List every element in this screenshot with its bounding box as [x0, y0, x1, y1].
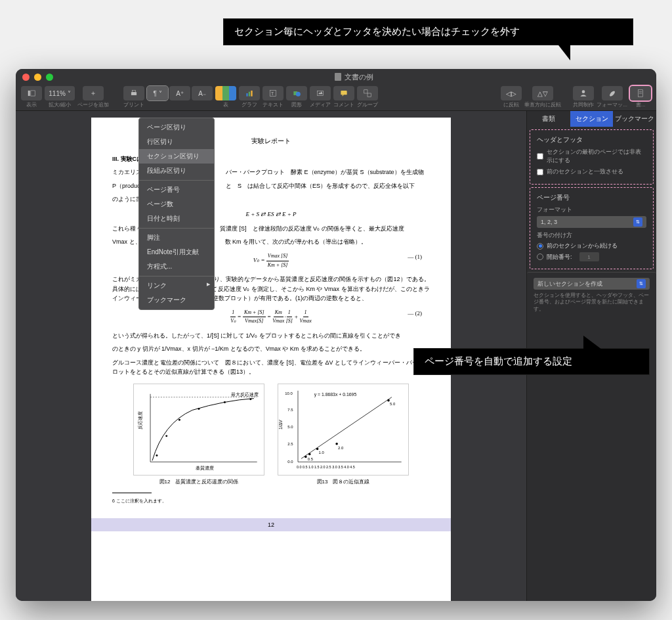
svg-rect-5: [249, 92, 250, 97]
svg-rect-12: [341, 91, 346, 95]
page-number: 12: [91, 518, 451, 531]
svg-point-38: [316, 447, 319, 450]
svg-text:1.0: 1.0: [319, 451, 325, 454]
svg-text:T: T: [271, 91, 274, 96]
checkbox-hide-first[interactable]: セクションの最初のページでは非表示にする: [537, 148, 646, 165]
format-select[interactable]: 1, 2, 3⇅: [537, 216, 646, 228]
menu-page-count[interactable]: ページ数: [139, 197, 214, 211]
svg-text:2.5: 2.5: [287, 441, 293, 445]
view-button[interactable]: [21, 86, 42, 100]
text-icon: T: [268, 89, 278, 98]
svg-text:7.5: 7.5: [287, 408, 293, 412]
insert-menu-button[interactable]: ¶ ˅: [147, 86, 168, 100]
chevron-updown-icon: ⇅: [633, 217, 642, 227]
svg-point-25: [198, 408, 200, 410]
close-icon[interactable]: [22, 74, 30, 81]
toolbar: 表示 111% ˅拡大/縮小 ＋ページを追加 プリント ¶ ˅ A⁺ A₋ 表 …: [16, 85, 656, 111]
menu-section-break[interactable]: セクション区切り: [139, 149, 214, 164]
group-button[interactable]: [357, 86, 378, 100]
format-button[interactable]: [602, 86, 623, 100]
svg-rect-0: [28, 91, 30, 96]
brush-icon: [608, 89, 617, 98]
svg-text:0.0: 0.0: [287, 460, 293, 464]
menu-endnote[interactable]: EndNote引用文献: [139, 245, 214, 259]
svg-rect-13: [364, 90, 368, 93]
menu-link[interactable]: リンク: [139, 278, 214, 293]
group-icon: [363, 89, 372, 98]
person-icon: [579, 89, 588, 98]
svg-point-35: [304, 455, 307, 458]
zoom-select[interactable]: 111% ˅: [45, 86, 75, 100]
svg-text:基質濃度: 基質濃度: [196, 466, 214, 471]
window-chrome: 文書の例: [16, 69, 656, 85]
menu-line-break[interactable]: 行区切り: [139, 135, 214, 149]
svg-line-34: [301, 397, 392, 458]
svg-point-22: [156, 454, 158, 456]
svg-text:5.0: 5.0: [287, 425, 293, 429]
svg-point-24: [178, 418, 180, 420]
start-number-stepper[interactable]: 1: [579, 252, 599, 261]
flipv-button[interactable]: △▽: [532, 86, 553, 100]
document-icon: [335, 73, 341, 81]
tab-section[interactable]: セクション: [570, 111, 614, 127]
font-bigger-button[interactable]: A⁺: [169, 86, 190, 100]
tab-document[interactable]: 書類: [527, 111, 570, 127]
svg-text:0.0 0.5 1.0 1.5 2.0 2.5 3.0 3.: 0.0 0.5 1.0 1.5 2.0 2.5 3.0 3.5 4.0 4.5: [297, 465, 355, 469]
svg-rect-3: [133, 90, 136, 92]
checkbox-match-prev[interactable]: 前のセクションと一致させる: [537, 167, 646, 176]
menu-equation[interactable]: 方程式...: [139, 259, 214, 274]
media-button[interactable]: [310, 86, 331, 100]
app-window: 文書の例 表示 111% ˅拡大/縮小 ＋ページを追加 プリント ¶ ˅ A⁺ …: [16, 69, 656, 601]
document-icon: [636, 89, 645, 98]
radio-start-at[interactable]: 開始番号:1: [537, 252, 646, 261]
printer-icon: [129, 89, 138, 98]
svg-text:0.5: 0.5: [308, 457, 314, 461]
menu-datetime[interactable]: 日付と時刻: [139, 211, 214, 226]
zoom-icon[interactable]: [46, 74, 53, 81]
menu-page-break[interactable]: ページ区切り: [139, 120, 214, 135]
svg-rect-6: [251, 91, 252, 97]
svg-rect-1: [31, 91, 35, 96]
page-number-section: ページ番号 フォーマット 1, 2, 3⇅ 番号の付け方 前のセクションから続け…: [530, 187, 654, 269]
comment-icon: [339, 89, 348, 98]
svg-point-26: [224, 401, 226, 403]
annotation-top: セクション毎にヘッダとフッタを決めたい場合はチェックを外す: [223, 18, 633, 45]
svg-text:2.0: 2.0: [338, 445, 344, 449]
menu-footnote[interactable]: 脚注: [139, 231, 214, 245]
new-section-select[interactable]: 新しいセクションを作成⇅: [534, 278, 650, 290]
svg-text:10.0: 10.0: [285, 391, 293, 395]
radio-continue[interactable]: 前のセクションから続ける: [537, 242, 646, 250]
shape-button[interactable]: [286, 86, 307, 100]
svg-text:1/ΔV: 1/ΔV: [278, 419, 283, 429]
menu-column-break[interactable]: 段組み区切り: [139, 164, 214, 178]
svg-point-15: [582, 90, 585, 93]
minimize-icon[interactable]: [34, 74, 41, 81]
menu-page-number[interactable]: ページ番号: [139, 183, 214, 197]
fliph-button[interactable]: ◁▷: [501, 86, 522, 100]
svg-text:最大反応速度: 最大反応速度: [231, 391, 259, 396]
text-button[interactable]: T: [262, 86, 284, 100]
table-button[interactable]: [215, 86, 236, 100]
print-button[interactable]: [123, 86, 144, 100]
svg-text:反応速度: 反応速度: [138, 411, 142, 430]
media-icon: [316, 89, 325, 98]
new-section-row: 新しいセクションを作成⇅ セクションを使用すると、ヘッダやフッタ、ページ番号、お…: [527, 272, 656, 318]
chart-13: y = 1.8683x + 0.1695 0.5 1.0 2.0 5.0 10.…: [278, 384, 409, 487]
comment-button[interactable]: [333, 86, 354, 100]
svg-point-40: [335, 443, 338, 445]
inspector-tabs: 書類 セクション ブックマーク: [527, 111, 656, 127]
chart-button[interactable]: [239, 86, 260, 100]
shape-icon: [292, 89, 301, 98]
svg-point-27: [249, 398, 251, 400]
svg-rect-2: [131, 92, 136, 95]
add-page-button[interactable]: ＋: [83, 86, 104, 100]
annotation-mid: ページ番号を自動で追加する設定: [413, 348, 650, 375]
tab-bookmarks[interactable]: ブックマーク: [613, 111, 656, 127]
document-page: 実験レポート III. 実験Cにつ ミカエリス・メバー・バークプロット 酵素 E…: [91, 118, 451, 601]
collab-button[interactable]: [573, 86, 594, 100]
document-inspector-button[interactable]: [630, 86, 651, 100]
menu-bookmark[interactable]: ブックマーク: [139, 293, 214, 307]
chart-icon: [245, 89, 254, 98]
svg-text:5.0: 5.0: [390, 401, 396, 405]
font-smaller-button[interactable]: A₋: [192, 86, 213, 100]
